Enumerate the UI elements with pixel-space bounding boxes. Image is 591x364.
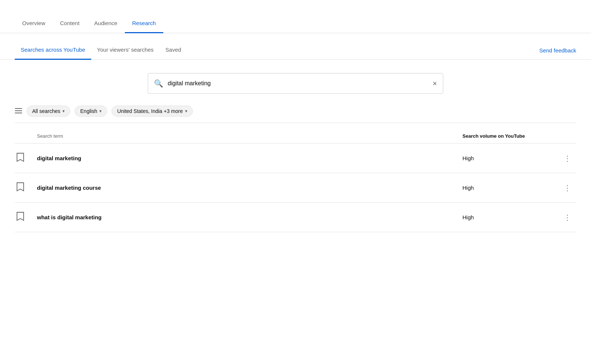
table-header: Search term Search volume on YouTube bbox=[15, 129, 576, 144]
filter-chip-english-label: English bbox=[80, 108, 97, 114]
tab-saved[interactable]: Saved bbox=[160, 41, 187, 60]
clear-icon[interactable]: × bbox=[433, 79, 437, 88]
table-row[interactable]: digital marketing High ⋮ bbox=[15, 144, 576, 173]
more-icon-1[interactable]: ⋮ bbox=[564, 154, 571, 163]
column-header-search-volume: Search volume on YouTube bbox=[462, 133, 558, 139]
tab-audience[interactable]: Audience bbox=[87, 14, 125, 33]
svg-rect-0 bbox=[15, 108, 22, 109]
tab-overview[interactable]: Overview bbox=[15, 14, 53, 33]
bookmark-icon-3[interactable] bbox=[16, 212, 24, 223]
search-bar-wrapper: 🔍 × bbox=[15, 73, 576, 94]
chevron-down-icon-locations: ▾ bbox=[185, 109, 187, 114]
bookmark-col-2 bbox=[15, 182, 37, 193]
more-options-3[interactable]: ⋮ bbox=[558, 213, 576, 222]
filter-chip-locations[interactable]: United States, India +3 more ▾ bbox=[112, 106, 193, 117]
bookmark-col-3 bbox=[15, 212, 37, 223]
bookmark-col-1 bbox=[15, 152, 37, 164]
main-content: 🔍 × All searches ▾ English ▾ United Stat… bbox=[0, 60, 591, 232]
search-volume-2: High bbox=[462, 185, 558, 191]
bookmark-icon-1[interactable] bbox=[16, 152, 24, 164]
search-term-3: what is digital marketing bbox=[37, 214, 462, 220]
chevron-down-icon-english: ▾ bbox=[99, 109, 102, 114]
tab-searches-across-youtube[interactable]: Searches across YouTube bbox=[15, 41, 91, 60]
table-row[interactable]: what is digital marketing High ⋮ bbox=[15, 203, 576, 232]
search-icon: 🔍 bbox=[154, 79, 163, 88]
svg-rect-2 bbox=[15, 113, 22, 113]
tab-content[interactable]: Content bbox=[53, 14, 87, 33]
chevron-down-icon-all-searches: ▾ bbox=[62, 109, 65, 114]
search-term-2: digital marketing course bbox=[37, 185, 462, 191]
filter-chip-english[interactable]: English ▾ bbox=[75, 106, 107, 117]
search-term-1: digital marketing bbox=[37, 155, 462, 161]
filter-chip-all-searches[interactable]: All searches ▾ bbox=[27, 106, 70, 117]
filter-chip-locations-label: United States, India +3 more bbox=[117, 108, 183, 114]
tab-research[interactable]: Research bbox=[125, 14, 163, 33]
bookmark-icon-2[interactable] bbox=[16, 182, 24, 193]
more-icon-2[interactable]: ⋮ bbox=[564, 183, 571, 192]
sub-nav: Searches across YouTube Your viewers' se… bbox=[0, 33, 591, 60]
column-header-search-term: Search term bbox=[15, 133, 462, 139]
tab-viewers-searches[interactable]: Your viewers' searches bbox=[91, 41, 160, 60]
search-volume-3: High bbox=[462, 214, 558, 220]
send-feedback-button[interactable]: Send feedback bbox=[539, 47, 576, 54]
top-nav: Overview Content Audience Research bbox=[0, 0, 591, 33]
more-options-1[interactable]: ⋮ bbox=[558, 154, 576, 163]
search-input[interactable] bbox=[168, 80, 433, 87]
filter-icon[interactable] bbox=[15, 107, 22, 115]
search-volume-1: High bbox=[462, 155, 558, 161]
more-options-2[interactable]: ⋮ bbox=[558, 183, 576, 192]
svg-rect-1 bbox=[15, 110, 22, 111]
filter-chip-all-searches-label: All searches bbox=[32, 108, 60, 114]
table-row[interactable]: digital marketing course High ⋮ bbox=[15, 173, 576, 203]
filters-row: All searches ▾ English ▾ United States, … bbox=[15, 106, 576, 123]
search-bar: 🔍 × bbox=[148, 73, 443, 94]
more-icon-3[interactable]: ⋮ bbox=[564, 213, 571, 222]
